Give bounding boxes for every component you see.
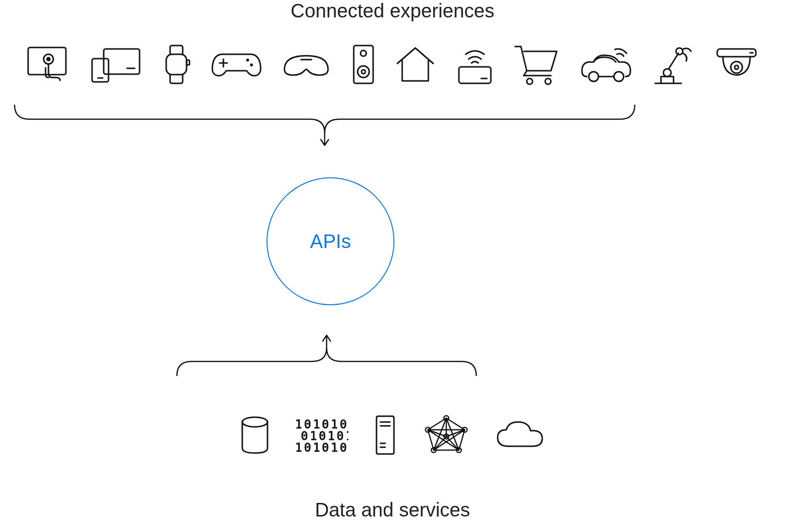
svg-point-24 [589,72,598,81]
vr-headset-icon [280,50,333,81]
svg-rect-0 [28,47,66,75]
binary-data-icon: 101010 010101 101010 [295,417,348,455]
home-icon [393,44,437,87]
connected-car-icon [577,43,635,88]
svg-point-16 [358,66,369,78]
svg-point-22 [527,78,533,84]
apis-label: APIs [310,231,351,252]
svg-line-29 [669,53,678,69]
svg-point-2 [47,58,50,61]
svg-point-15 [361,50,366,56]
apis-circle: APIs [267,177,394,305]
svg-point-11 [246,59,249,62]
touch-tablet-icon [24,43,73,88]
top-icon-row [24,44,761,87]
bottom-brace-icon [172,332,481,376]
svg-rect-18 [459,67,491,83]
graph-network-icon [422,413,471,459]
game-controller-icon [210,47,263,83]
svg-text:101010: 101010 [295,441,348,454]
smartwatch-icon [159,43,193,88]
data-and-services-heading: Data and services [0,499,785,521]
cloud-icon [494,418,547,454]
contactless-card-icon [454,43,496,88]
svg-point-17 [361,70,365,74]
database-icon [238,414,272,458]
svg-point-34 [735,65,738,69]
svg-rect-8 [187,60,189,65]
connected-experiences-heading: Connected experiences [0,0,785,22]
svg-point-23 [545,78,551,84]
svg-point-37 [242,417,267,427]
svg-rect-7 [166,54,187,75]
bottom-icon-row: 101010 010101 101010 [0,414,785,458]
server-icon [372,413,399,459]
top-brace-icon [10,105,640,148]
security-camera-icon [712,45,761,86]
svg-point-33 [731,62,742,73]
svg-point-28 [663,69,671,77]
svg-point-12 [250,63,253,66]
shopping-cart-icon [512,43,561,88]
smart-speaker-icon [350,43,377,88]
responsive-devices-icon [89,45,142,86]
robot-arm-icon [652,43,696,88]
svg-point-25 [614,72,624,81]
